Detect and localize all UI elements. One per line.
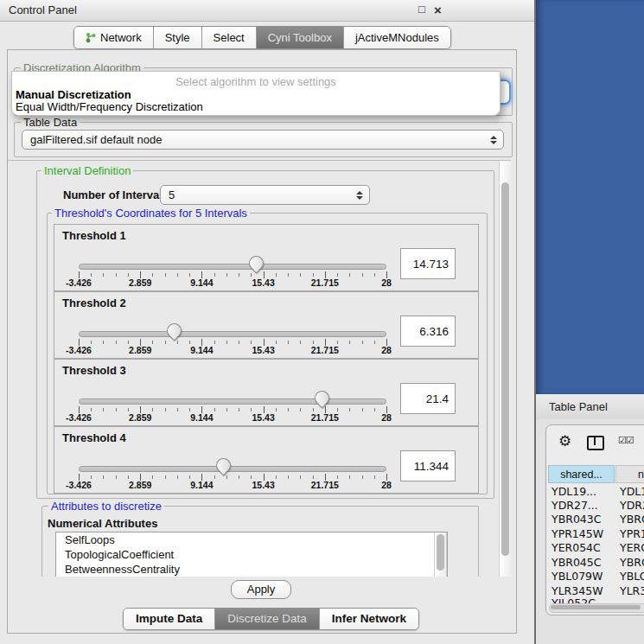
list-scrollbar[interactable]: [434, 532, 447, 577]
tab-discretize-data[interactable]: Discretize Data: [215, 609, 320, 629]
slider-thumb[interactable]: [214, 455, 234, 475]
gear-icon[interactable]: ⚙: [558, 432, 571, 450]
table-row[interactable]: YDL19...YDL1: [552, 485, 596, 500]
network-desktop: GAL80 G C GAL11 GAL4 GCY1 H HAP2: [536, 0, 644, 394]
tab-cyni-toolbox[interactable]: Cyni Toolbox: [257, 27, 344, 48]
panel-scrollbar[interactable]: [499, 161, 511, 577]
table-row[interactable]: YDR27...YDR2: [552, 499, 598, 513]
bottom-tab-bar: Impute Data Discretize Data Infer Networ…: [123, 608, 419, 630]
control-panel-titlebar: Control Panel □ ×: [0, 0, 536, 22]
threshold-3-panel: Threshold 3 -3.426 2.859 9.144 15.43 21.…: [54, 359, 479, 426]
table-horizontal-scrollbar[interactable]: [549, 603, 644, 613]
combo-stepper-icon: [490, 136, 497, 144]
dropdown-placeholder-item: Select algorithm to view settings: [12, 75, 500, 88]
table-row[interactable]: YPR145WYPR1: [552, 527, 603, 542]
network-icon: [86, 32, 96, 43]
combo-stepper-icon: [356, 191, 363, 200]
control-panel: Control Panel □ × Network Style Select C…: [0, 0, 536, 644]
table-panel-title: Table Panel: [549, 400, 608, 413]
threshold-2-panel: Threshold 2 -3.426 2.859 9.144 15.43 21.…: [54, 291, 479, 359]
tab-style[interactable]: Style: [154, 27, 202, 48]
column-header-name[interactable]: n: [615, 465, 644, 483]
column-layout-icon[interactable]: [587, 436, 604, 450]
number-of-intervals-combobox[interactable]: 5: [160, 185, 370, 205]
tab-network[interactable]: Network: [74, 27, 154, 48]
float-window-icon[interactable]: □: [418, 3, 425, 16]
threshold-1-value-field[interactable]: 14.713: [400, 248, 456, 279]
dropdown-item-equal-width[interactable]: Equal Width/Frequency Discretization: [16, 100, 203, 113]
panel-scrollbar-thumb[interactable]: [501, 182, 509, 556]
select-columns-checkboxes-icon[interactable]: ☑☑: [618, 435, 634, 446]
tab-select[interactable]: Select: [202, 27, 257, 48]
numerical-attributes-list: SelfLoops TopologicalCoefficient Between…: [55, 532, 448, 577]
scroll-viewport: Interval Definition Number of Intervals …: [8, 160, 511, 577]
algorithm-dropdown-popup: Select algorithm to view settings Manual…: [11, 71, 501, 116]
top-tab-bar: Network Style Select Cyni Toolbox jActiv…: [73, 26, 451, 49]
threshold-4-value-field[interactable]: 11.344: [400, 450, 456, 481]
apply-button[interactable]: Apply: [231, 580, 291, 599]
threshold-3-value-field[interactable]: 21.4: [400, 383, 456, 414]
table-row[interactable]: YER054CYERO: [552, 541, 601, 556]
panel-title: Control Panel: [9, 3, 77, 16]
table-data-combobox[interactable]: galFiltered.sif default node: [22, 130, 504, 150]
slider-thumb[interactable]: [312, 387, 333, 408]
numerical-attributes-label: Numerical Attributes: [48, 517, 157, 530]
list-item[interactable]: SelfLoops: [56, 532, 447, 547]
table-row[interactable]: YBR043CYBRO: [552, 513, 601, 527]
table-card: ⚙ ☑☑ shared... n YDL19...YDL1 YDR27...YD…: [545, 424, 644, 615]
threshold-4-panel: Threshold 4 -3.426 2.859 9.144 15.43 21.…: [54, 426, 479, 494]
thresholds-group-label: Threshold's Coordinates for 5 Intervals: [52, 207, 250, 220]
tab-infer-network[interactable]: Infer Network: [320, 609, 418, 629]
threshold-2-value-field[interactable]: 6.316: [400, 316, 456, 347]
table-data-group-label: Table Data: [21, 116, 80, 129]
list-item[interactable]: BetweennessCentrality: [56, 562, 447, 577]
tab-impute-data[interactable]: Impute Data: [124, 609, 215, 629]
slider-thumb[interactable]: [164, 320, 185, 341]
table-row[interactable]: YBL079WYBLO: [552, 570, 603, 584]
close-icon[interactable]: ×: [434, 3, 442, 17]
tab-jactivemnodules[interactable]: jActiveMNodules: [344, 27, 450, 48]
slider-thumb[interactable]: [246, 252, 267, 273]
table-row[interactable]: YIL052CYIL0: [552, 596, 596, 603]
attributes-group-label: Attributes to discretize: [48, 500, 164, 513]
interval-group-label: Interval Definition: [41, 164, 133, 177]
number-of-intervals-label: Number of Intervals: [63, 188, 169, 201]
list-item[interactable]: TopologicalCoefficient: [56, 547, 447, 562]
dropdown-item-manual[interactable]: Manual Discretization: [16, 88, 131, 101]
column-header-shared-name[interactable]: shared...: [548, 465, 615, 483]
table-panel-header: Table Panel: [536, 394, 644, 420]
table-row[interactable]: YBR045CYBRO: [552, 556, 601, 571]
threshold-1-panel: Threshold 1 -3.426 2.859 9.144 15.43 21.…: [54, 224, 479, 291]
table-panel-area: ⚙ ☑☑ shared... n YDL19...YDL1 YDR27...YD…: [536, 419, 644, 644]
